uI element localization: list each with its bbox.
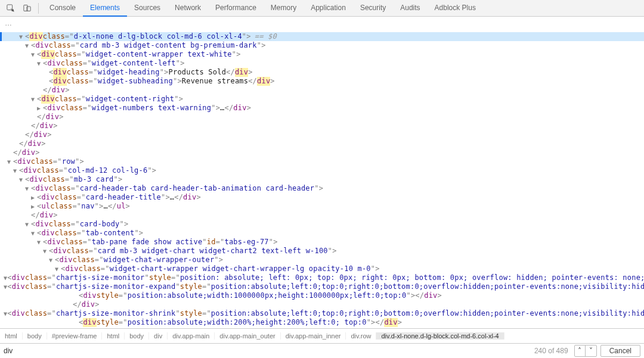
hidden-tabs-overflow[interactable]: … (0, 17, 644, 30)
panel-tabs: ConsoleElementsSourcesNetworkPerformance… (42, 0, 483, 17)
panel-tab-network[interactable]: Network (168, 0, 208, 17)
panel-tab-security[interactable]: Security (353, 0, 393, 17)
inspect-element-icon[interactable] (2, 1, 18, 16)
device-toolbar-icon[interactable] (19, 1, 35, 16)
panel-tab-application[interactable]: Application (304, 0, 353, 17)
toolbar-separator (38, 3, 39, 14)
panel-tab-audits[interactable]: Audits (393, 0, 427, 17)
panel-tab-memory[interactable]: Memory (264, 0, 304, 17)
panel-tab-performance[interactable]: Performance (208, 0, 264, 17)
panel-tab-sources[interactable]: Sources (127, 0, 168, 17)
panel-tab-console[interactable]: Console (42, 0, 83, 17)
panel-tab-adblock-plus[interactable]: Adblock Plus (428, 0, 483, 17)
devtools-toolbar: ConsoleElementsSourcesNetworkPerformance… (0, 0, 644, 17)
panel-tab-elements[interactable]: Elements (83, 0, 127, 17)
